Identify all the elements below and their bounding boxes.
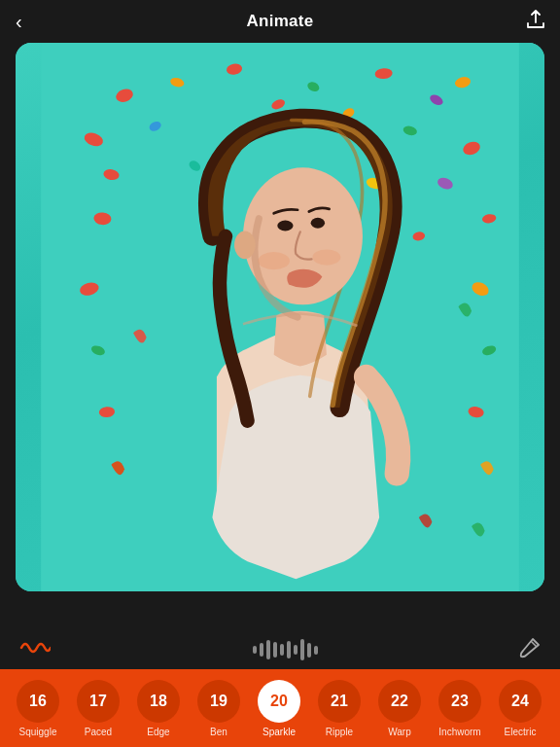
filter-item-24[interactable]: 24Electric (490, 675, 550, 741)
filter-item-18[interactable]: 18Edge (128, 675, 189, 741)
filter-label: Warp (388, 727, 411, 737)
audio-bar (280, 644, 284, 656)
svg-point-32 (312, 249, 340, 265)
share-button[interactable] (527, 10, 544, 34)
filter-number: 17 (77, 680, 120, 723)
filter-label: Inchworm (438, 727, 480, 737)
filter-label: Electric (505, 727, 537, 737)
audio-bar (307, 643, 311, 658)
filter-strip: 16Squiggle17Paced18Edge19Ben20Sparkle21R… (0, 669, 560, 747)
audio-bar (266, 640, 270, 659)
filter-label: Sparkle (262, 727, 296, 737)
filter-label: Ripple (326, 727, 353, 737)
filter-label: Ben (210, 727, 228, 737)
filter-item-21[interactable]: 21Ripple (309, 675, 369, 741)
filter-label: Edge (147, 727, 169, 737)
controls-bar (0, 630, 560, 669)
filter-item-19[interactable]: 19Ben (189, 675, 249, 741)
back-button[interactable]: ‹ (16, 11, 22, 33)
audio-bar (300, 639, 304, 660)
page-title: Animate (246, 12, 313, 31)
filter-item-17[interactable]: 17Paced (68, 675, 128, 741)
header: ‹ Animate (0, 0, 560, 43)
audio-bar (273, 642, 277, 658)
filter-number: 18 (137, 680, 180, 723)
filter-item-16[interactable]: 16Squiggle (8, 675, 68, 741)
filter-number: 22 (378, 680, 421, 723)
audio-bar (314, 646, 318, 655)
main-image (16, 43, 544, 591)
filter-number: 19 (197, 680, 240, 723)
svg-point-31 (258, 252, 290, 269)
filter-label: Squiggle (19, 727, 57, 737)
svg-point-30 (311, 218, 325, 229)
audio-bars (253, 639, 318, 660)
svg-point-29 (277, 221, 293, 231)
filter-number: 24 (499, 680, 542, 723)
waveform-button[interactable] (19, 636, 51, 663)
brush-button[interactable] (519, 637, 541, 662)
filter-item-23[interactable]: 23Inchworm (430, 675, 490, 741)
audio-bar (260, 643, 263, 657)
filter-number: 20 (258, 680, 300, 723)
filter-number: 16 (17, 680, 59, 723)
filter-number: 21 (318, 680, 361, 723)
audio-bar (287, 641, 291, 658)
filter-item-20[interactable]: 20Sparkle (249, 675, 309, 741)
audio-bar (294, 645, 298, 655)
filter-number: 23 (438, 680, 481, 723)
portrait-background (16, 43, 544, 591)
audio-bar (253, 646, 257, 654)
svg-point-33 (234, 231, 256, 259)
filter-item-22[interactable]: 22Warp (369, 675, 430, 741)
filter-label: Paced (85, 727, 112, 737)
